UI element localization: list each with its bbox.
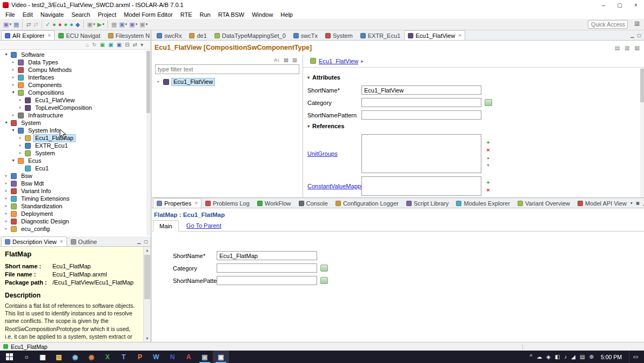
tree-item-ecu1[interactable]: Ecu1: [0, 164, 151, 172]
editor-tree-item[interactable]: ▸ Ecu1_FlatView: [154, 78, 303, 85]
powerpoint-icon[interactable]: P: [132, 351, 148, 363]
tab-properties[interactable]: Properties×: [153, 198, 202, 208]
firefox-icon[interactable]: ◉: [83, 351, 99, 363]
view-menu-icon[interactable]: ▾: [630, 201, 633, 206]
collapsed-arrow-icon[interactable]: ▸: [11, 68, 16, 72]
tree-item-data-types[interactable]: ▸Data Types: [0, 58, 151, 66]
filter-input[interactable]: [155, 64, 299, 74]
go-to-parent-link[interactable]: Go To Parent: [186, 222, 222, 229]
tab-model-api-view[interactable]: Model API View: [574, 198, 630, 208]
collapsed-arrow-icon[interactable]: ▸: [4, 174, 9, 178]
stop-icon[interactable]: ●: [57, 19, 63, 29]
menu-model-form-editor[interactable]: Model Form Editor: [120, 11, 176, 18]
collapsed-arrow-icon[interactable]: ▸: [11, 83, 16, 87]
debug-config-icon[interactable]: ▣▾: [128, 19, 138, 29]
tray-cloud-icon[interactable]: ☁: [536, 354, 542, 360]
export-icon[interactable]: ▣: [117, 42, 122, 48]
tree-item-variant-info[interactable]: ▸Variant Info: [0, 187, 151, 195]
marker-icon[interactable]: ▣▾: [86, 19, 96, 29]
tree-item-system-info[interactable]: ▾System Info: [0, 127, 151, 134]
description-scrollbar[interactable]: ▲ ▼: [143, 247, 151, 342]
tray-power-icon[interactable]: ⊕: [589, 354, 594, 360]
start-button[interactable]: [0, 351, 18, 363]
tray-sound-icon[interactable]: ♪: [564, 354, 567, 360]
perspective-icon[interactable]: ⊞: [634, 20, 640, 28]
close-icon[interactable]: ×: [194, 200, 198, 206]
shortnamepattern-input[interactable]: [217, 276, 317, 285]
tree-item-deployment[interactable]: ▸Deployment: [0, 210, 151, 217]
dropdown-caret-icon[interactable]: ▾: [102, 22, 104, 27]
tab-description-view[interactable]: Description View×: [1, 236, 67, 246]
constantvaluemapping-list[interactable]: [361, 176, 481, 196]
save-icon[interactable]: ▦: [12, 19, 20, 29]
menu-help[interactable]: Help: [277, 11, 297, 18]
tree-item-bsw[interactable]: ▸Bsw: [0, 172, 151, 180]
collapsed-arrow-icon[interactable]: ▸: [18, 98, 23, 102]
collapsed-arrow-icon[interactable]: ▸: [11, 113, 16, 117]
link-with-editor-icon[interactable]: ⇄: [25, 19, 32, 29]
unitgroups-link[interactable]: UnitGroups: [307, 150, 338, 157]
collapsed-arrow-icon[interactable]: ▸: [4, 181, 9, 186]
menu-project[interactable]: Project: [94, 11, 120, 18]
home-icon[interactable]: ⌂: [85, 42, 89, 48]
notes-icon[interactable]: N: [164, 351, 180, 363]
expanded-arrow-icon[interactable]: ▾: [4, 121, 9, 125]
close-button[interactable]: ×: [628, 0, 644, 10]
minimize-button[interactable]: –: [595, 0, 612, 10]
refresh-icon[interactable]: ↻: [92, 42, 96, 48]
unlink-icon[interactable]: ⇄: [32, 19, 39, 29]
close-icon[interactable]: ×: [458, 32, 461, 38]
tray-shield-icon[interactable]: ◈: [546, 354, 551, 360]
close-icon[interactable]: ×: [60, 239, 63, 245]
tree-item-diagnostic-design[interactable]: ▸Diagnostic Design: [0, 217, 151, 225]
new-wizard-icon[interactable]: ▣▾: [2, 19, 12, 29]
tab-modules-explorer[interactable]: Modules Explorer: [452, 198, 514, 208]
tree-scrollbar[interactable]: [146, 51, 150, 235]
browse-reference-icon[interactable]: [485, 99, 492, 106]
collapsed-arrow-icon[interactable]: ▸: [11, 60, 16, 64]
category-input[interactable]: [361, 98, 481, 107]
tree-item-infrastructure[interactable]: ▸Infrastructure: [0, 111, 151, 119]
taskbar-clock[interactable]: 5:00 PM: [598, 354, 625, 360]
attributes-section-header[interactable]: ▾ Attributes: [307, 74, 636, 81]
collapsed-arrow-icon[interactable]: ▸: [18, 151, 23, 155]
restore-view-icon[interactable]: ▣: [636, 201, 640, 206]
tab-ar-explorer[interactable]: AR Explorer×: [1, 30, 55, 40]
delete-icon[interactable]: ×: [485, 147, 492, 153]
expanded-arrow-icon[interactable]: ▾: [11, 128, 16, 133]
shortnamepattern-input[interactable]: [361, 110, 481, 120]
tray-network-icon[interactable]: ◢: [571, 354, 575, 360]
collapsed-arrow-icon[interactable]: ▸: [4, 212, 9, 216]
shortname-input[interactable]: [361, 85, 481, 95]
move-down-icon[interactable]: ▼: [485, 162, 492, 168]
tab-swcrx[interactable]: swcRx: [153, 30, 185, 40]
description-scrollbar-thumb[interactable]: [144, 255, 150, 299]
tree-item-software[interactable]: ▾Software: [0, 51, 151, 58]
breadcrumb-expand-icon[interactable]: ▸: [361, 58, 364, 64]
tab-main[interactable]: Main: [153, 220, 179, 232]
tab-extr-ecu1[interactable]: EXTR_Ecu1: [357, 30, 405, 40]
menu-file[interactable]: File: [2, 11, 19, 18]
task-view-icon[interactable]: ▦: [35, 351, 51, 363]
unitgroups-list[interactable]: [361, 134, 481, 173]
run-model-check-icon[interactable]: ●: [51, 19, 57, 29]
tab-console[interactable]: Console: [295, 198, 332, 208]
tab-variant-overview[interactable]: Variant Overview: [514, 198, 574, 208]
tab-workflow[interactable]: WorkFlow: [253, 198, 295, 208]
maximize-view-icon[interactable]: ▢: [144, 239, 148, 244]
editor-scrollbar-thumb[interactable]: [640, 69, 644, 102]
tab-datatypemappingset-0[interactable]: DataTypeMappingSet_0: [211, 30, 290, 40]
hidden-icons-chevron[interactable]: ^: [529, 354, 532, 360]
browse-reference-icon[interactable]: [320, 277, 328, 284]
add-icon[interactable]: +: [485, 139, 492, 146]
tree-item-compu-methods[interactable]: ▸Compu Methods: [0, 66, 151, 74]
dropdown-caret-icon[interactable]: ▾: [9, 22, 11, 27]
references-section-header[interactable]: ▾ References: [307, 123, 636, 129]
collapsed-arrow-icon[interactable]: ▸: [4, 189, 9, 193]
gem-icon[interactable]: ◆: [75, 19, 81, 29]
sort-alphabetical-icon[interactable]: A↕: [274, 57, 280, 63]
dropdown-caret-icon[interactable]: ▾: [93, 22, 95, 27]
expanded-arrow-icon[interactable]: ▾: [11, 159, 16, 163]
word-icon[interactable]: W: [148, 351, 164, 363]
menu-search[interactable]: Search: [68, 11, 94, 18]
